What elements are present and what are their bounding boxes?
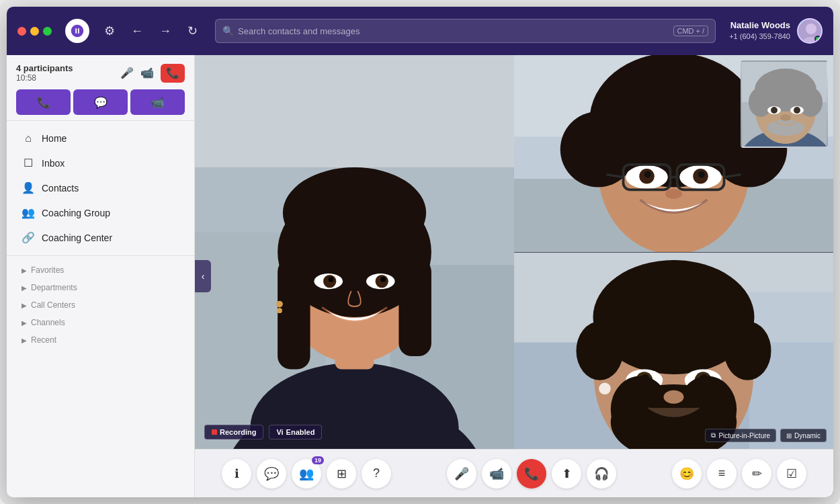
chevron-right-icon: ▶ <box>22 337 27 344</box>
annotate-button[interactable]: ✏ <box>742 459 771 489</box>
svg-point-44 <box>644 171 651 178</box>
toolbar-left-group: ℹ 💬 👥 19 ⊞ ? <box>222 459 391 489</box>
app-logo <box>65 19 89 43</box>
svg-point-68 <box>577 321 624 380</box>
search-input[interactable] <box>238 26 673 36</box>
sidebar-item-home[interactable]: ⌂ Home <box>11 126 190 151</box>
whiteboard-button[interactable]: ☑ <box>777 459 806 489</box>
nav-contacts-label: Contacts <box>42 183 79 194</box>
layout-button[interactable]: ⊞ <box>327 459 356 489</box>
info-icon: ℹ <box>235 466 239 481</box>
microphone-icon[interactable]: 🎤 <box>120 67 134 79</box>
favorites-label: Favorites <box>31 265 64 275</box>
home-icon: ⌂ <box>22 132 35 144</box>
search-bar[interactable]: 🔍 CMD + / <box>215 19 716 43</box>
message-action-button[interactable]: 💬 <box>73 89 128 115</box>
recording-label: Recording <box>220 428 256 436</box>
menu-button[interactable]: ≡ <box>707 459 737 489</box>
microphone-icon: 🎤 <box>454 466 469 481</box>
emoji-button[interactable]: 😊 <box>672 459 702 489</box>
enabled-badge: Vi Vi Enabled Enabled <box>269 425 322 439</box>
call-status: 4 participants 10:58 🎤 📹 📞 <box>16 63 185 83</box>
call-centers-label: Call Centers <box>31 300 75 310</box>
status-dot <box>814 36 821 42</box>
user-phone: +1 (604) 359-7840 <box>729 32 790 42</box>
recording-dot <box>212 429 217 435</box>
toolbar-center-group: 🎤 📹 📞 ⬆ 🎧 <box>447 459 616 489</box>
pip-video <box>741 60 828 148</box>
sidebar-item-coaching-center[interactable]: 🔗 Coaching Center <box>11 225 190 250</box>
settings-icon[interactable]: ⚙ <box>100 19 119 42</box>
action-buttons: 📞 💬 📹 <box>16 89 185 115</box>
layout-icon: ⊞ <box>337 466 347 481</box>
svg-point-20 <box>380 277 386 282</box>
sidebar-section-departments[interactable]: ▶ Departments <box>11 279 190 296</box>
svg-rect-12 <box>278 259 310 370</box>
end-call-button[interactable]: 📞 <box>161 64 185 83</box>
sidebar-item-coaching-group[interactable]: 👥 Coaching Group <box>11 200 190 225</box>
pip-controls: ⧉ Picture-in-Picture ⊞ Dynamic <box>705 429 827 442</box>
svg-point-59 <box>767 120 804 136</box>
recording-badges: Recording Vi Vi Enabled Enabled <box>204 425 322 439</box>
traffic-lights <box>17 27 52 36</box>
video-toggle-button[interactable]: 📹 <box>482 459 511 489</box>
chevron-right-icon: ▶ <box>22 267 27 274</box>
sidebar-section-call-centers[interactable]: ▶ Call Centers <box>11 296 190 314</box>
departments-label: Departments <box>31 283 77 292</box>
inbox-icon: ☐ <box>22 157 35 169</box>
participants-icon: 👥 <box>299 466 314 481</box>
sidebar-item-contacts[interactable]: 👤 Contacts <box>11 175 190 200</box>
recording-badge: Recording <box>204 425 263 439</box>
video-action-button[interactable]: 📹 <box>130 89 185 115</box>
emoji-icon: 😊 <box>679 466 694 481</box>
sidebar-item-inbox[interactable]: ☐ Inbox <box>11 151 190 175</box>
sidebar-collapse-button[interactable]: ‹ <box>195 260 211 292</box>
mute-button[interactable]: 🎤 <box>447 459 476 489</box>
chat-button[interactable]: 💬 <box>257 459 286 489</box>
pip-icon: ⧉ <box>711 431 716 439</box>
svg-point-46 <box>665 189 682 199</box>
svg-point-34 <box>638 60 709 130</box>
enabled-label: Vi <box>276 428 283 436</box>
user-info: Natalie Woods +1 (604) 359-7840 <box>729 18 823 44</box>
share-screen-icon: ⬆ <box>562 466 572 481</box>
camera-icon[interactable]: 📹 <box>140 67 154 79</box>
pip-label: Picture-in-Picture <box>718 432 770 439</box>
search-icon: 🔍 <box>222 26 234 36</box>
dynamic-icon: ⊞ <box>786 432 792 439</box>
maximize-button[interactable] <box>43 27 52 36</box>
share-screen-button[interactable]: ⬆ <box>552 459 581 489</box>
search-shortcut: CMD + / <box>673 26 709 36</box>
toolbar-right-group: 😊 ≡ ✏ ☑ <box>672 459 806 489</box>
sidebar-section-favorites[interactable]: ▶ Favorites <box>11 261 190 279</box>
participants-button[interactable]: 👥 19 <box>292 459 321 489</box>
info-button[interactable]: ℹ <box>222 459 251 489</box>
nav-coaching-center-label: Coaching Center <box>42 233 112 243</box>
call-timer: 10:58 <box>16 73 73 83</box>
phone-action-button[interactable]: 📞 <box>16 89 71 115</box>
sidebar-section-recent[interactable]: ▶ Recent <box>11 331 190 349</box>
help-icon: ? <box>373 466 380 480</box>
picture-in-picture-button[interactable]: ⧉ Picture-in-Picture <box>705 429 776 442</box>
channels-label: Channels <box>31 318 65 327</box>
dynamic-button[interactable]: ⊞ Dynamic <box>780 429 827 442</box>
svg-point-58 <box>794 107 800 114</box>
menu-icon: ≡ <box>718 466 726 480</box>
svg-point-69 <box>724 321 771 380</box>
coaching-group-icon: 👥 <box>22 206 35 219</box>
svg-point-79 <box>599 383 611 395</box>
chevron-right-icon: ▶ <box>22 319 27 327</box>
call-controls: 4 participants 10:58 🎤 📹 📞 📞 💬 📹 <box>7 55 194 121</box>
avatar[interactable] <box>797 18 823 44</box>
end-call-center-button[interactable]: 📞 <box>517 459 546 489</box>
forward-icon[interactable]: → <box>155 20 175 42</box>
minimize-button[interactable] <box>30 27 39 36</box>
audio-settings-button[interactable]: 🎧 <box>587 459 616 489</box>
close-button[interactable] <box>17 27 26 36</box>
svg-point-45 <box>698 171 705 178</box>
checkbox-icon: ☑ <box>786 466 797 481</box>
help-button[interactable]: ? <box>362 459 391 489</box>
sidebar-section-channels[interactable]: ▶ Channels <box>11 314 190 331</box>
back-icon[interactable]: ← <box>127 20 147 42</box>
refresh-icon[interactable]: ↻ <box>183 19 202 42</box>
